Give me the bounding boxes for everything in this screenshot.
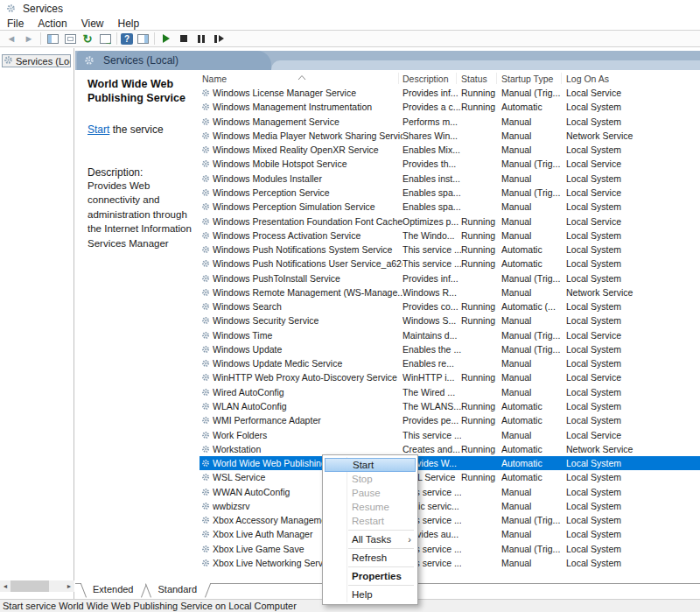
cell-desc: Enables Mix... — [402, 144, 461, 155]
cell-startup: Automatic — [501, 102, 566, 112]
table-row[interactable]: WSL ServiceWSL ServiceRunningAutomaticLo… — [200, 470, 700, 484]
table-row[interactable]: Windows Media Player Network Sharing Ser… — [200, 129, 700, 143]
table-row[interactable]: WMI Performance AdapterProvides pe...Run… — [200, 413, 700, 427]
menu-view[interactable]: View — [74, 18, 111, 30]
cell-logon: Local System — [566, 387, 700, 397]
table-row[interactable]: WinHTTP Web Proxy Auto-Discovery Service… — [200, 370, 700, 384]
cell-name: Windows Presentation Foundation Font Cac… — [213, 216, 402, 227]
context-menu-item-help[interactable]: Help — [323, 587, 417, 601]
cell-startup: Manual — [501, 230, 566, 241]
tab-standard[interactable]: Standard — [146, 583, 210, 598]
table-row[interactable]: WLAN AutoConfigThe WLANS...RunningAutoma… — [200, 399, 700, 413]
column-separator[interactable] — [456, 73, 457, 84]
menu-help[interactable]: Help — [111, 18, 147, 30]
tab-extended[interactable]: Extended — [81, 583, 146, 598]
column-header-status[interactable]: Status — [461, 74, 487, 84]
table-row[interactable]: Windows Perception ServiceEnables spa...… — [200, 186, 700, 200]
cell-startup: Automatic — [501, 401, 566, 412]
tree-item-services-local[interactable]: Services (Loca — [2, 54, 71, 67]
menu-file[interactable]: File — [0, 18, 31, 30]
cell-logon: Local System — [566, 244, 700, 255]
table-row[interactable]: Work FoldersThis service ...ManualLocal … — [200, 427, 700, 441]
table-row[interactable]: Xbox Accessory Management ServiceThis se… — [200, 513, 700, 527]
cell-startup: Automatic — [501, 415, 566, 426]
table-row[interactable]: World Wide Web Publishing ServiceProvide… — [200, 456, 700, 470]
table-row[interactable]: Windows Push Notifications System Servic… — [200, 243, 700, 257]
cell-logon: Network Service — [566, 444, 700, 454]
table-row[interactable]: Windows PushToInstall ServiceProvides in… — [200, 271, 700, 285]
table-row[interactable]: WWAN AutoConfigThis service ...ManualLoc… — [200, 484, 700, 498]
table-row[interactable]: Windows Presentation Foundation Font Cac… — [200, 214, 700, 228]
column-separator[interactable] — [496, 73, 497, 84]
service-gear-icon — [200, 473, 213, 482]
show-console-tree-icon[interactable] — [45, 32, 60, 46]
service-gear-icon — [200, 359, 213, 368]
properties-icon[interactable] — [62, 32, 78, 46]
table-row[interactable]: Windows Perception Simulation ServiceEna… — [200, 200, 700, 214]
table-row[interactable]: Windows Update Medic ServiceEnables re..… — [200, 356, 700, 370]
selected-service-title: World Wide Web Publishing Service — [88, 77, 194, 105]
column-header-startup-type[interactable]: Startup Type — [501, 74, 553, 84]
table-row[interactable]: Xbox Live Networking ServiceThis service… — [200, 556, 700, 570]
table-row[interactable]: Windows Security ServiceWindows S...Runn… — [200, 313, 700, 327]
context-menu-item-properties[interactable]: Properties — [323, 569, 417, 583]
pause-service-icon[interactable] — [193, 32, 209, 46]
table-row[interactable]: wwbizsrvBasic servic...ManualLocal Syste… — [200, 499, 700, 513]
context-menu-item-refresh[interactable]: Refresh — [323, 551, 417, 565]
cell-logon: Local System — [566, 315, 700, 326]
cell-desc: Optimizes p... — [402, 216, 461, 227]
table-row[interactable]: Wired AutoConfigThe Wired ...ManualLocal… — [200, 385, 700, 399]
back-icon[interactable]: ◄ — [4, 32, 19, 46]
table-row[interactable]: Windows Management InstrumentationProvid… — [200, 100, 700, 114]
cell-name: Windows Remote Management (WS-Manage... — [213, 287, 402, 298]
start-service-link[interactable]: Start — [88, 123, 109, 136]
table-row[interactable]: Windows Process Activation ServiceThe Wi… — [200, 229, 700, 243]
scroll-right-icon[interactable]: ► — [64, 580, 74, 592]
context-menu-item-all-tasks[interactable]: All Tasks› — [323, 532, 417, 546]
table-row[interactable]: Xbox Live Game SaveThis service ...Manua… — [200, 542, 700, 556]
cell-name: Windows License Manager Service — [213, 88, 402, 98]
column-header-name[interactable]: Name — [202, 74, 227, 84]
context-menu-item-start[interactable]: Start — [325, 458, 416, 472]
export-list-icon[interactable] — [97, 32, 113, 46]
column-separator[interactable] — [561, 73, 562, 84]
column-header-description[interactable]: Description — [402, 74, 449, 84]
cell-name: Wired AutoConfig — [213, 387, 402, 397]
help-icon[interactable]: ? — [121, 33, 133, 45]
cell-status: Running — [461, 258, 501, 269]
stop-service-icon[interactable] — [176, 32, 192, 46]
forward-icon[interactable]: ► — [21, 32, 37, 46]
cell-logon: Local System — [566, 544, 700, 554]
cell-desc: Provides a c... — [402, 102, 461, 112]
scroll-left-icon[interactable]: ◄ — [0, 580, 10, 592]
menu-separator — [348, 585, 414, 586]
cell-logon: Local Service — [566, 430, 700, 440]
show-action-pane-icon[interactable] — [135, 32, 150, 46]
cell-logon: Local Service — [566, 372, 700, 383]
table-row[interactable]: Windows Push Notifications User Service_… — [200, 257, 700, 271]
context-menu-item-restart: Restart — [323, 514, 417, 528]
cell-logon: Local System — [566, 230, 700, 241]
tree-horizontal-scrollbar[interactable]: ◄ ► — [0, 580, 74, 592]
table-row[interactable]: Windows Modules InstallerEnables inst...… — [200, 172, 700, 186]
column-header-log-on-as[interactable]: Log On As — [566, 74, 609, 84]
table-row[interactable]: Windows TimeMaintains d...Manual (Trig..… — [200, 328, 700, 342]
scrollbar-thumb[interactable] — [10, 580, 49, 592]
cell-desc: The WLANS... — [402, 401, 461, 412]
table-row[interactable]: WorkstationCreates and...RunningAutomati… — [200, 442, 700, 456]
start-service-icon[interactable] — [158, 32, 174, 46]
cell-status: Running — [461, 244, 501, 255]
table-row[interactable]: Windows UpdateEnables the ...Manual (Tri… — [200, 342, 700, 356]
column-separator[interactable] — [398, 73, 399, 84]
table-row[interactable]: Xbox Live Auth ManagerProvides au...Manu… — [200, 527, 700, 541]
table-row[interactable]: Windows License Manager ServiceProvides … — [200, 86, 700, 100]
refresh-icon[interactable]: ↻ — [80, 32, 95, 46]
table-row[interactable]: Windows Mixed Reality OpenXR ServiceEnab… — [200, 143, 700, 157]
table-row[interactable]: Windows Mobile Hotspot ServiceProvides t… — [200, 157, 700, 171]
menu-action[interactable]: Action — [31, 18, 74, 30]
table-row[interactable]: Windows Remote Management (WS-Manage...W… — [200, 285, 700, 299]
table-row[interactable]: Windows SearchProvides co...RunningAutom… — [200, 299, 700, 313]
restart-service-icon[interactable] — [211, 32, 227, 46]
table-row[interactable]: Windows Management ServicePerforms m...M… — [200, 115, 700, 129]
cell-desc: Provides co... — [402, 301, 461, 312]
